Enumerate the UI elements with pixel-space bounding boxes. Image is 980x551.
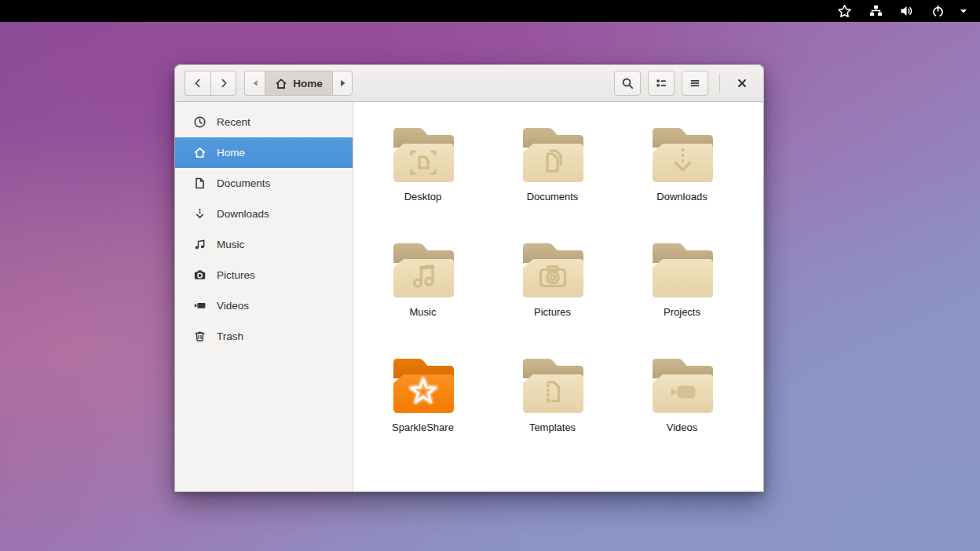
sidebar-item-label: Documents (217, 177, 270, 189)
forward-button[interactable] (210, 71, 236, 96)
path-location-label: Home (293, 78, 323, 89)
folder-label: Music (410, 306, 437, 318)
titlebar-separator (719, 74, 720, 93)
folder-desktop[interactable]: Desktop (358, 121, 488, 203)
folder-icon (388, 121, 459, 187)
videos-icon (193, 299, 207, 312)
path-previous-button[interactable] (244, 71, 265, 96)
documents-icon (193, 177, 207, 190)
trash-icon (193, 330, 207, 343)
triangle-left-icon (250, 78, 260, 89)
search-icon (621, 77, 634, 90)
hamburger-menu-icon (689, 77, 701, 89)
window-menu-button[interactable] (682, 71, 708, 96)
folder-projects[interactable]: Projects (617, 236, 747, 318)
folder-label: Videos (667, 421, 698, 433)
triangle-right-icon (338, 78, 347, 89)
downloads-icon (193, 207, 207, 221)
sidebar-item-videos[interactable]: Videos (175, 290, 353, 321)
folder-templates[interactable]: Templates (488, 352, 617, 433)
network-workgroup-icon[interactable] (862, 0, 890, 22)
folder-icon (647, 352, 718, 418)
folder-label: Downloads (656, 191, 707, 203)
folder-icon (388, 352, 459, 418)
power-icon[interactable] (924, 0, 952, 22)
folder-downloads[interactable]: Downloads (617, 121, 747, 203)
list-view-icon (655, 77, 667, 89)
sidebar-item-documents[interactable]: Documents (175, 168, 353, 199)
sidebar-item-pictures[interactable]: Pictures (175, 260, 353, 290)
recent-clock-icon (193, 115, 207, 129)
folder-icon (517, 352, 588, 418)
files-window: Home (174, 64, 764, 492)
path-home-button[interactable]: Home (265, 71, 332, 96)
view-toggle-button[interactable] (648, 71, 675, 96)
folder-icon (517, 236, 588, 302)
sidebar-item-home[interactable]: Home (175, 137, 353, 168)
folder-pictures[interactable]: Pictures (488, 236, 617, 318)
folder-label: Projects (664, 306, 700, 318)
folder-music[interactable]: Music (358, 236, 488, 318)
sidebar-item-trash[interactable]: Trash (175, 321, 353, 352)
pictures-icon (193, 268, 207, 282)
search-button[interactable] (614, 71, 641, 96)
sidebar-item-label: Videos (217, 300, 249, 312)
sidebar-item-downloads[interactable]: Downloads (175, 199, 353, 229)
folder-icon (388, 236, 459, 302)
sidebar-item-recent[interactable]: Recent (175, 107, 353, 137)
sidebar-item-music[interactable]: Music (175, 229, 353, 260)
chevron-right-icon (218, 77, 230, 89)
chevron-left-icon (192, 77, 204, 89)
folder-label: Templates (529, 421, 576, 433)
close-button[interactable] (730, 71, 754, 96)
sidebar-item-label: Home (217, 147, 245, 159)
volume-icon[interactable] (893, 0, 921, 22)
folder-documents[interactable]: Documents (488, 121, 617, 203)
folder-icon (517, 121, 588, 187)
home-icon (275, 78, 287, 89)
sidebar-item-label: Trash (217, 330, 243, 342)
system-top-bar (0, 0, 980, 22)
favorites-star-icon[interactable] (830, 0, 859, 22)
music-icon (193, 238, 207, 251)
folder-label: Pictures (534, 306, 571, 318)
folder-label: Documents (527, 191, 579, 203)
file-grid: Desktop Documents (353, 102, 763, 491)
folder-sparkleshare[interactable]: SparkleShare (358, 352, 488, 433)
home-icon (193, 146, 207, 159)
folder-icon (647, 236, 718, 302)
sidebar-item-label: Recent (217, 116, 250, 128)
folder-videos[interactable]: Videos (617, 352, 747, 433)
menu-chevron-icon[interactable] (955, 0, 972, 22)
sidebar-item-label: Pictures (217, 269, 255, 281)
window-body: Recent Home Documents (174, 102, 764, 492)
back-button[interactable] (185, 71, 210, 96)
path-next-button[interactable] (332, 71, 353, 96)
window-titlebar: Home (174, 64, 764, 102)
sidebar-item-label: Music (217, 239, 244, 250)
folder-label: Desktop (404, 191, 442, 203)
history-nav-group (185, 71, 236, 96)
folder-label: SparkleShare (392, 421, 454, 433)
close-icon (737, 78, 748, 89)
folder-icon (647, 121, 718, 187)
path-bar: Home (244, 71, 353, 96)
sidebar-item-label: Downloads (217, 208, 269, 220)
places-sidebar: Recent Home Documents (175, 102, 353, 491)
desktop-wallpaper: Home (0, 22, 980, 551)
